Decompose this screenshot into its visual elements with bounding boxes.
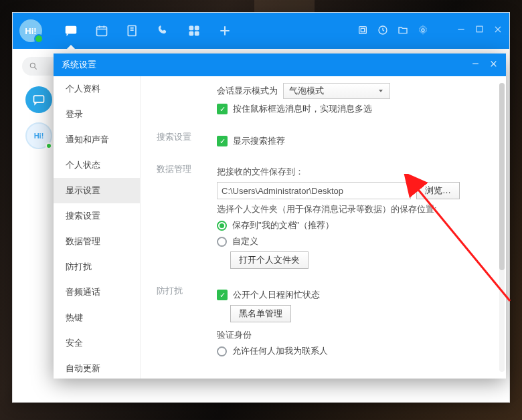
svg-rect-3 bbox=[189, 26, 194, 31]
dialog-minimize-icon[interactable] bbox=[471, 60, 480, 70]
dialog-close-icon[interactable] bbox=[489, 60, 498, 70]
search-icon bbox=[29, 62, 38, 71]
search-recommend-label: 显示搜索推荐 bbox=[233, 135, 285, 147]
save-docs-radio[interactable] bbox=[217, 221, 227, 231]
window-minimize-icon[interactable] bbox=[456, 25, 466, 37]
sidebar-item-6[interactable]: 数据管理 bbox=[54, 229, 140, 254]
nav-chat-icon[interactable] bbox=[64, 23, 78, 38]
nav-contacts-icon[interactable] bbox=[125, 23, 140, 38]
sidebar-item-9[interactable]: 热键 bbox=[54, 305, 140, 330]
browse-button[interactable]: 浏览… bbox=[416, 182, 460, 199]
dnd-section-label: 防打扰 bbox=[157, 285, 217, 297]
sidebar-item-10[interactable]: 安全 bbox=[54, 330, 140, 356]
sidebar-item-5[interactable]: 搜索设置 bbox=[54, 203, 140, 229]
nav-add-icon[interactable] bbox=[217, 23, 232, 38]
multi-select-label: 按住鼠标框选消息时，实现消息多选 bbox=[233, 103, 372, 115]
blacklist-label: 黑名单管理 bbox=[239, 308, 282, 320]
open-folder-label: 打开个人文件夹 bbox=[239, 254, 300, 266]
svg-rect-8 bbox=[361, 28, 364, 31]
save-path-value: C:\Users\Administrator\Desktop bbox=[222, 186, 343, 196]
sidebar-item-1[interactable]: 登录 bbox=[54, 102, 140, 127]
sidebar-item-2[interactable]: 通知和声音 bbox=[54, 127, 140, 152]
settings-dialog: 系统设置 个人资料登录通知和声音个人状态显示设置搜索设置数据管理防打扰音频通话热… bbox=[54, 54, 506, 379]
user-avatar[interactable]: Hi! bbox=[19, 19, 42, 42]
save-custom-label: 自定义 bbox=[232, 235, 258, 247]
svg-rect-5 bbox=[189, 31, 194, 36]
identity-label: 验证身份 bbox=[217, 329, 490, 341]
sidebar-item-7[interactable]: 防打扰 bbox=[54, 254, 140, 280]
dnd-public-label: 公开个人日程闲忙状态 bbox=[233, 289, 320, 301]
titlebar: Hi! bbox=[13, 13, 509, 49]
avatar-label: Hi! bbox=[25, 26, 36, 36]
sidebar-item-4[interactable]: 显示设置 bbox=[54, 178, 140, 203]
svg-rect-1 bbox=[97, 27, 107, 35]
identity-allow-label: 允许任何人加我为联系人 bbox=[232, 345, 328, 357]
personal-folder-label: 选择个人文件夹（用于保存消息记录等数据）的保存位置: bbox=[217, 203, 490, 215]
scrollbar-thumb[interactable] bbox=[499, 83, 505, 270]
save-custom-radio[interactable] bbox=[217, 237, 227, 247]
conversation-avatar-1[interactable] bbox=[25, 86, 52, 113]
nav-apps-icon[interactable] bbox=[187, 23, 201, 38]
save-docs-label: 保存到"我的文档"（推荐） bbox=[232, 219, 334, 231]
svg-rect-6 bbox=[195, 31, 199, 36]
sidebar-item-11[interactable]: 自动更新 bbox=[54, 356, 140, 379]
session-mode-select[interactable]: 气泡模式 bbox=[283, 83, 390, 99]
svg-point-10 bbox=[422, 29, 424, 31]
save-path-field[interactable]: C:\Users\Administrator\Desktop bbox=[217, 182, 411, 199]
data-section-label: 数据管理 bbox=[157, 163, 217, 175]
browse-button-label: 浏览… bbox=[425, 185, 451, 197]
window-maximize-icon[interactable] bbox=[475, 25, 484, 37]
identity-allow-radio[interactable] bbox=[217, 346, 227, 356]
sidebar-item-8[interactable]: 音频通话 bbox=[54, 280, 140, 305]
dialog-titlebar: 系统设置 bbox=[54, 54, 506, 76]
open-folder-button[interactable]: 打开个人文件夹 bbox=[230, 251, 309, 269]
sidebar-item-0[interactable]: 个人资料 bbox=[54, 76, 140, 102]
session-mode-value: 气泡模式 bbox=[289, 85, 324, 97]
search-section-label: 搜索设置 bbox=[157, 131, 217, 143]
svg-rect-13 bbox=[34, 96, 44, 102]
svg-point-12 bbox=[30, 63, 35, 68]
conversation-avatar-2[interactable]: Hi! bbox=[25, 122, 52, 149]
multi-select-checkbox[interactable]: ✓ bbox=[217, 104, 228, 114]
dialog-content: 会话显示模式为 气泡模式 ✓ 按住鼠标框选消息时，实现消息多选 搜索设置 bbox=[141, 76, 506, 379]
svg-rect-11 bbox=[476, 26, 483, 32]
session-mode-label: 会话显示模式为 bbox=[217, 85, 278, 97]
dialog-title: 系统设置 bbox=[62, 59, 96, 71]
save-path-label: 把接收的文件保存到： bbox=[217, 166, 490, 178]
toolbar-folder-icon[interactable] bbox=[398, 25, 408, 37]
toolbar-pin-icon[interactable] bbox=[357, 25, 368, 37]
chevron-down-icon bbox=[377, 88, 384, 94]
toolbar-settings-icon[interactable] bbox=[418, 25, 428, 37]
scrollbar-track[interactable] bbox=[499, 83, 505, 372]
nav-call-icon[interactable] bbox=[156, 23, 171, 38]
dialog-sidebar: 个人资料登录通知和声音个人状态显示设置搜索设置数据管理防打扰音频通话热键安全自动… bbox=[54, 76, 141, 379]
window-close-icon[interactable] bbox=[493, 25, 503, 37]
svg-rect-4 bbox=[195, 26, 199, 31]
toolbar-history-icon[interactable] bbox=[377, 25, 388, 37]
search-recommend-checkbox[interactable]: ✓ bbox=[217, 136, 228, 146]
sidebar-item-3[interactable]: 个人状态 bbox=[54, 152, 140, 178]
svg-rect-0 bbox=[66, 26, 77, 34]
svg-rect-7 bbox=[359, 26, 367, 33]
dnd-public-checkbox[interactable]: ✓ bbox=[217, 290, 228, 300]
nav-calendar-icon[interactable] bbox=[94, 23, 109, 38]
blacklist-button[interactable]: 黑名单管理 bbox=[230, 305, 291, 322]
